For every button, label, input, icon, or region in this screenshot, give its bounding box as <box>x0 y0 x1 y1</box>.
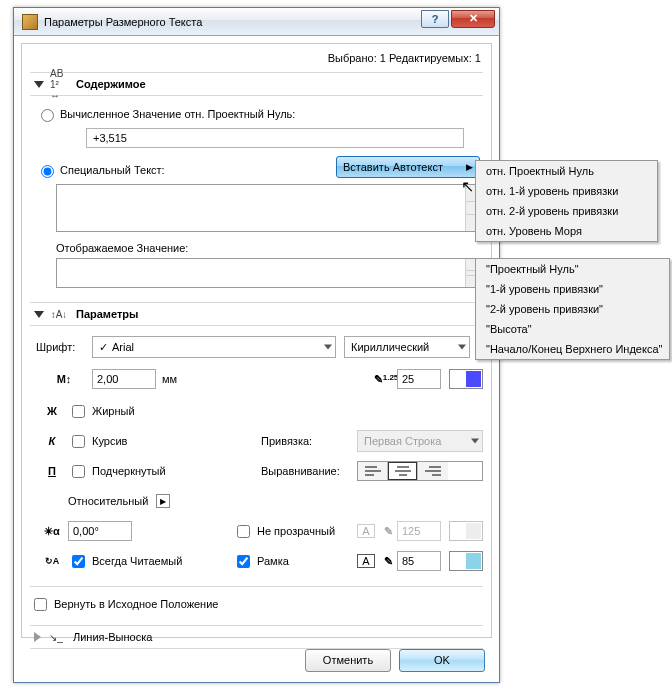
readable-checkbox[interactable] <box>72 555 85 568</box>
app-icon <box>22 14 38 30</box>
dialog-body: Выбрано: 1 Редактируемых: 1 AB 1²↔ Содер… <box>21 43 492 638</box>
pen-icon: ✎ <box>379 555 397 568</box>
radio-computed-row: Вычисленное Значение отн. Проектный Нуль… <box>36 106 483 122</box>
chevron-right-icon: ▶ <box>466 162 473 172</box>
section-params-title: Параметры <box>76 308 138 320</box>
computed-value-field: +3,515 <box>86 128 464 148</box>
opaque-label: Не прозрачный <box>257 525 357 537</box>
radio-computed-label: Вычисленное Значение отн. Проектный Нуль… <box>60 108 295 120</box>
help-button[interactable]: ? <box>421 10 449 28</box>
anchor-label: Привязка: <box>261 435 357 447</box>
underline-checkbox[interactable] <box>72 465 85 478</box>
align-label: Выравнивание: <box>261 465 357 477</box>
selection-status: Выбрано: 1 Редактируемых: 1 <box>30 50 483 72</box>
relative-flyout[interactable]: ▶ <box>156 494 170 508</box>
radio-computed[interactable] <box>41 109 54 122</box>
dialog-footer: Отменить OK <box>14 638 499 682</box>
collapse-icon <box>34 311 44 318</box>
align-left[interactable] <box>358 462 388 480</box>
align-center[interactable] <box>388 462 418 480</box>
opaque-checkbox[interactable] <box>237 525 250 538</box>
frame-label: Рамка <box>257 555 357 567</box>
opaque-pen-color <box>449 521 483 541</box>
align-right[interactable] <box>418 462 448 480</box>
fill-type-icon: A <box>357 524 375 538</box>
menu-item[interactable]: "Проектный Нуль" <box>476 259 669 279</box>
underline-icon: П <box>36 465 68 477</box>
text-height-unit: мм <box>162 373 177 385</box>
frame-pen-input[interactable]: 85 <box>397 551 441 571</box>
bold-label: Жирный <box>92 405 135 417</box>
titlebar[interactable]: Параметры Размерного Текста ? ✕ <box>14 8 499 36</box>
autotext-popup-2: "Проектный Нуль" "1-й уровень привязки" … <box>475 258 670 360</box>
menu-item[interactable]: отн. Проектный Нуль <box>476 161 657 181</box>
menu-item[interactable]: "Высота" <box>476 319 669 339</box>
section-content-title: Содержимое <box>76 78 146 90</box>
content-icon: AB 1²↔ <box>50 77 68 91</box>
text-pen-color[interactable] <box>449 369 483 389</box>
collapse-icon <box>34 81 44 88</box>
italic-checkbox[interactable] <box>72 435 85 448</box>
pen-icon: ✎ <box>379 525 397 538</box>
displayed-value-field <box>56 258 483 288</box>
text-height-input[interactable]: 2,00 <box>92 369 156 389</box>
params-icon: ↕A↓ <box>50 307 68 321</box>
frame-type-icon[interactable]: A <box>357 554 375 568</box>
autotext-popup-1: отн. Проектный Нуль отн. 1-й уровень при… <box>475 160 658 242</box>
reset-label: Вернуть в Исходное Положение <box>54 598 218 610</box>
computed-value: +3,515 <box>93 132 127 144</box>
script-value: Кириллический <box>351 341 429 353</box>
insert-autotext-label: Вставить Автотекст <box>343 161 443 173</box>
italic-label: Курсив <box>92 435 127 447</box>
font-value: Arial <box>112 341 134 353</box>
close-button[interactable]: ✕ <box>451 10 495 28</box>
section-params-header[interactable]: ↕A↓ Параметры <box>30 302 483 326</box>
cancel-button[interactable]: Отменить <box>305 649 391 672</box>
bold-icon: Ж <box>36 405 68 417</box>
angle-icon: ✳α <box>36 525 68 538</box>
text-pen-input[interactable]: 25 <box>397 369 441 389</box>
menu-item[interactable]: "2-й уровень привязки" <box>476 299 669 319</box>
align-toggle[interactable] <box>357 461 483 481</box>
font-combo[interactable]: ✓Arial <box>92 336 336 358</box>
script-combo[interactable]: Кириллический <box>344 336 470 358</box>
anchor-combo: Первая Строка <box>357 430 483 452</box>
menu-item[interactable]: отн. 1-й уровень привязки <box>476 181 657 201</box>
frame-pen-color[interactable] <box>449 551 483 571</box>
underline-label: Подчеркнутый <box>92 465 166 477</box>
menu-item[interactable]: отн. 2-й уровень привязки <box>476 201 657 221</box>
bold-checkbox[interactable] <box>72 405 85 418</box>
readable-label: Всегда Читаемый <box>92 555 182 567</box>
menu-item[interactable]: отн. Уровень Моря <box>476 221 657 241</box>
radio-special-label: Специальный Текст: <box>60 164 165 176</box>
pen-icon: ✎1.25 <box>375 373 397 386</box>
anchor-value: Первая Строка <box>364 435 441 447</box>
menu-item[interactable]: "Начало/Конец Верхнего Индекса" <box>476 339 669 359</box>
dialog-window: Параметры Размерного Текста ? ✕ Выбрано:… <box>13 7 500 683</box>
menu-item[interactable]: "1-й уровень привязки" <box>476 279 669 299</box>
radio-special[interactable] <box>41 165 54 178</box>
insert-autotext-button[interactable]: Вставить Автотекст ▶ <box>336 156 480 178</box>
text-height-icon: M↕ <box>36 373 92 385</box>
special-text-field[interactable] <box>56 184 483 232</box>
italic-icon: К <box>36 435 68 447</box>
frame-checkbox[interactable] <box>237 555 250 568</box>
relative-label: Относительный <box>68 495 148 507</box>
readable-icon: ↻A <box>36 556 68 566</box>
opaque-pen-input: 125 <box>397 521 441 541</box>
font-label: Шрифт: <box>36 341 92 353</box>
reset-checkbox[interactable] <box>34 598 47 611</box>
displayed-value-label: Отображаемое Значение: <box>56 242 483 254</box>
window-title: Параметры Размерного Текста <box>44 16 421 28</box>
angle-input[interactable]: 0,00° <box>68 521 132 541</box>
ok-button[interactable]: OK <box>399 649 485 672</box>
section-content-header[interactable]: AB 1²↔ Содержимое <box>30 72 483 96</box>
